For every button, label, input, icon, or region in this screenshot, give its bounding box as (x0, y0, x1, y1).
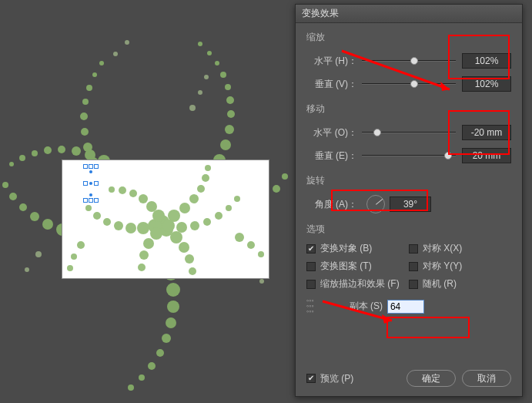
svg-point-114 (143, 238, 154, 249)
copies-label: 副本 (S) (350, 300, 383, 313)
svg-point-33 (42, 219, 53, 230)
options-title: 选项 (306, 223, 511, 236)
checkbox-icon (409, 280, 418, 289)
svg-point-79 (113, 52, 118, 56)
ok-button[interactable]: 确定 (407, 370, 456, 387)
scale-strokes-checkbox[interactable]: 缩放描边和效果 (F) (306, 277, 409, 290)
move-h-label: 水平 (O)： (306, 126, 357, 139)
scale-h-value[interactable]: 102% (462, 53, 511, 69)
svg-point-87 (205, 165, 211, 171)
copies-input[interactable] (387, 300, 424, 314)
transform-pattern-checkbox[interactable]: 变换图案 (T) (306, 260, 409, 273)
svg-point-99 (85, 205, 92, 211)
scale-h-slider[interactable] (362, 55, 456, 66)
svg-point-46 (44, 146, 52, 154)
options-section: 选项 变换对象 (B) 对称 X(X) 变换图案 (T) 对称 Y(Y) 缩放描… (306, 223, 511, 314)
scale-title: 缩放 (306, 31, 511, 44)
svg-point-67 (80, 113, 88, 120)
svg-point-85 (197, 185, 205, 193)
cancel-button[interactable]: 取消 (462, 370, 511, 387)
svg-point-97 (103, 218, 111, 226)
svg-point-95 (125, 223, 136, 233)
svg-point-96 (114, 221, 123, 230)
dialog-title: 变换效果 (302, 7, 339, 20)
svg-point-12 (215, 61, 219, 65)
reflect-x-checkbox[interactable]: 对称 X(X) (409, 242, 511, 255)
svg-point-73 (198, 90, 202, 95)
svg-point-94 (137, 222, 149, 234)
svg-point-102 (139, 194, 148, 203)
svg-point-122 (67, 265, 73, 271)
svg-point-21 (166, 317, 176, 328)
svg-point-100 (152, 210, 165, 222)
scale-v-value[interactable]: 102% (462, 76, 511, 92)
svg-point-49 (9, 162, 14, 166)
angle-label: 角度 (A)： (306, 198, 357, 211)
move-v-value[interactable]: 20 mm (462, 148, 511, 163)
checkbox-icon (306, 262, 316, 271)
svg-point-89 (170, 231, 182, 243)
svg-point-98 (93, 212, 101, 220)
preview-checkbox[interactable]: 预览 (P) (306, 372, 353, 385)
svg-point-121 (71, 254, 77, 260)
dialog-titlebar[interactable]: 变换效果 (296, 5, 522, 23)
checkbox-icon (409, 262, 418, 271)
move-v-label: 垂直 (E)： (306, 149, 357, 163)
move-section: 移动 水平 (O)：-20 mm 垂直 (E)：20 mm (306, 102, 511, 166)
svg-point-66 (81, 128, 89, 136)
svg-point-75 (35, 251, 42, 257)
angle-dial[interactable] (366, 195, 385, 213)
svg-point-74 (204, 75, 209, 79)
random-checkbox[interactable]: 随机 (R) (409, 277, 511, 290)
scale-v-slider[interactable] (362, 79, 456, 89)
svg-point-26 (128, 385, 134, 391)
svg-point-118 (247, 241, 255, 249)
svg-point-35 (19, 203, 27, 211)
svg-point-111 (226, 205, 232, 211)
svg-point-14 (198, 42, 202, 46)
svg-point-119 (258, 251, 264, 257)
svg-point-20 (167, 301, 179, 313)
move-title: 移动 (306, 102, 511, 116)
svg-point-25 (139, 374, 145, 381)
svg-point-115 (139, 250, 149, 260)
reference-point-icon[interactable]: ◦◦◦◦◦◦◦◦◦ (306, 298, 314, 314)
scale-v-label: 垂直 (V)： (306, 78, 357, 91)
svg-point-76 (25, 267, 29, 272)
selection-box[interactable] (85, 166, 96, 200)
reflect-y-checkbox[interactable]: 对称 Y(Y) (409, 260, 511, 273)
checkbox-icon (306, 280, 316, 289)
svg-point-105 (109, 186, 115, 193)
svg-point-108 (190, 221, 199, 230)
svg-point-34 (30, 212, 39, 221)
svg-point-47 (32, 150, 38, 156)
svg-point-110 (215, 212, 223, 220)
svg-point-109 (203, 218, 211, 226)
svg-point-7 (225, 125, 234, 134)
svg-point-107 (176, 222, 187, 233)
artboard[interactable] (62, 160, 269, 279)
svg-point-117 (235, 233, 244, 242)
transform-object-checkbox[interactable]: 变换对象 (B) (306, 242, 409, 255)
svg-point-83 (179, 203, 190, 213)
svg-point-22 (162, 334, 171, 343)
svg-point-116 (138, 264, 146, 271)
svg-point-92 (189, 267, 196, 275)
svg-point-37 (2, 182, 8, 188)
canvas-area (0, 0, 293, 403)
svg-point-13 (207, 51, 212, 55)
svg-point-106 (162, 220, 175, 232)
svg-point-36 (9, 193, 17, 200)
move-v-slider[interactable] (362, 150, 456, 161)
move-h-slider[interactable] (362, 127, 456, 138)
svg-point-10 (225, 84, 231, 90)
scale-h-label: 水平 (H)： (306, 55, 357, 68)
svg-point-71 (99, 61, 104, 65)
svg-point-19 (166, 283, 180, 297)
move-h-value[interactable]: -20 mm (462, 125, 511, 140)
svg-point-80 (125, 40, 129, 45)
svg-point-101 (146, 201, 157, 212)
svg-point-91 (185, 254, 194, 264)
angle-value[interactable]: 39° (390, 196, 431, 212)
svg-point-84 (189, 194, 199, 203)
